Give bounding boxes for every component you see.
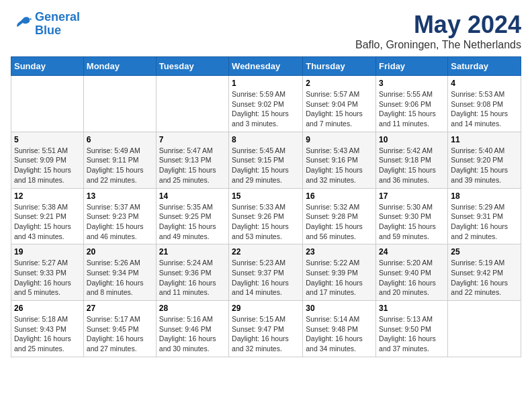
calendar-cell: 26Sunrise: 5:18 AMSunset: 9:43 PMDayligh… <box>11 301 84 357</box>
day-info: Sunrise: 5:40 AMSunset: 9:20 PMDaylight:… <box>451 146 518 185</box>
day-info: Sunrise: 5:29 AMSunset: 9:31 PMDaylight:… <box>451 202 518 242</box>
calendar-cell: 18Sunrise: 5:29 AMSunset: 9:31 PMDayligh… <box>448 188 521 244</box>
day-number: 29 <box>232 304 300 313</box>
day-info: Sunrise: 5:37 AMSunset: 9:23 PMDaylight:… <box>87 202 153 242</box>
day-info: Sunrise: 5:22 AMSunset: 9:39 PMDaylight:… <box>306 258 373 298</box>
day-info: Sunrise: 5:30 AMSunset: 9:30 PMDaylight:… <box>379 202 445 242</box>
day-info: Sunrise: 5:38 AMSunset: 9:21 PMDaylight:… <box>14 202 81 242</box>
day-info: Sunrise: 5:59 AMSunset: 9:02 PMDaylight:… <box>232 89 300 129</box>
calendar-cell: 1Sunrise: 5:59 AMSunset: 9:02 PMDaylight… <box>229 76 303 132</box>
day-number: 21 <box>159 247 226 257</box>
calendar-cell: 21Sunrise: 5:24 AMSunset: 9:36 PMDayligh… <box>156 244 228 301</box>
day-number: 24 <box>379 247 445 257</box>
weekday-header-cell: Wednesday <box>229 57 303 76</box>
logo-text: General Blue <box>35 11 80 38</box>
calendar-cell: 12Sunrise: 5:38 AMSunset: 9:21 PMDayligh… <box>11 188 84 244</box>
day-number: 22 <box>232 247 300 257</box>
weekday-header-cell: Saturday <box>448 57 521 76</box>
calendar-cell: 27Sunrise: 5:17 AMSunset: 9:45 PMDayligh… <box>83 301 156 357</box>
day-info: Sunrise: 5:53 AMSunset: 9:08 PMDaylight:… <box>451 89 518 129</box>
day-number: 15 <box>232 191 300 201</box>
day-info: Sunrise: 5:20 AMSunset: 9:40 PMDaylight:… <box>379 258 445 298</box>
calendar-week-row: 12Sunrise: 5:38 AMSunset: 9:21 PMDayligh… <box>11 188 521 244</box>
day-number: 28 <box>159 304 226 313</box>
calendar-cell: 5Sunrise: 5:51 AMSunset: 9:09 PMDaylight… <box>11 132 84 188</box>
weekday-header-cell: Monday <box>83 57 156 76</box>
calendar-cell: 22Sunrise: 5:23 AMSunset: 9:37 PMDayligh… <box>229 244 303 301</box>
calendar-cell: 23Sunrise: 5:22 AMSunset: 9:39 PMDayligh… <box>303 244 376 301</box>
page-header: General Blue May 2024 Baflo, Groningen, … <box>11 11 521 51</box>
calendar-cell: 16Sunrise: 5:32 AMSunset: 9:28 PMDayligh… <box>303 188 376 244</box>
day-number: 10 <box>379 135 445 144</box>
weekday-header-cell: Tuesday <box>156 57 228 76</box>
day-info: Sunrise: 5:55 AMSunset: 9:06 PMDaylight:… <box>379 89 445 129</box>
day-info: Sunrise: 5:19 AMSunset: 9:42 PMDaylight:… <box>451 258 518 298</box>
calendar-cell: 28Sunrise: 5:16 AMSunset: 9:46 PMDayligh… <box>156 301 228 357</box>
day-info: Sunrise: 5:17 AMSunset: 9:45 PMDaylight:… <box>87 314 153 354</box>
day-info: Sunrise: 5:26 AMSunset: 9:34 PMDaylight:… <box>87 258 153 298</box>
day-number: 18 <box>451 191 518 201</box>
calendar-cell: 4Sunrise: 5:53 AMSunset: 9:08 PMDaylight… <box>448 76 521 132</box>
calendar-cell: 30Sunrise: 5:14 AMSunset: 9:48 PMDayligh… <box>303 301 376 357</box>
day-number: 31 <box>379 304 445 313</box>
day-number: 4 <box>451 79 518 88</box>
day-number: 25 <box>451 247 518 257</box>
day-number: 6 <box>87 135 153 144</box>
weekday-header-cell: Thursday <box>303 57 376 76</box>
day-number: 11 <box>451 135 518 144</box>
calendar-cell: 2Sunrise: 5:57 AMSunset: 9:04 PMDaylight… <box>303 76 376 132</box>
logo: General Blue <box>11 11 80 38</box>
calendar-cell: 25Sunrise: 5:19 AMSunset: 9:42 PMDayligh… <box>448 244 521 301</box>
calendar-week-row: 1Sunrise: 5:59 AMSunset: 9:02 PMDaylight… <box>11 76 521 132</box>
calendar-cell: 13Sunrise: 5:37 AMSunset: 9:23 PMDayligh… <box>83 188 156 244</box>
day-number: 8 <box>232 135 300 144</box>
calendar-week-row: 19Sunrise: 5:27 AMSunset: 9:33 PMDayligh… <box>11 244 521 301</box>
day-number: 17 <box>379 191 445 201</box>
calendar-cell: 31Sunrise: 5:13 AMSunset: 9:50 PMDayligh… <box>376 301 448 357</box>
calendar-cell: 10Sunrise: 5:42 AMSunset: 9:18 PMDayligh… <box>376 132 448 188</box>
day-number: 13 <box>87 191 153 201</box>
calendar-cell: 24Sunrise: 5:20 AMSunset: 9:40 PMDayligh… <box>376 244 448 301</box>
calendar-cell: 3Sunrise: 5:55 AMSunset: 9:06 PMDaylight… <box>376 76 448 132</box>
day-number: 2 <box>306 79 373 88</box>
day-number: 5 <box>14 135 81 144</box>
day-number: 9 <box>306 135 373 144</box>
calendar-cell: 29Sunrise: 5:15 AMSunset: 9:47 PMDayligh… <box>229 301 303 357</box>
day-info: Sunrise: 5:27 AMSunset: 9:33 PMDaylight:… <box>14 258 81 298</box>
month-title: May 2024 <box>355 11 521 39</box>
day-info: Sunrise: 5:35 AMSunset: 9:25 PMDaylight:… <box>159 202 226 242</box>
day-number: 1 <box>232 79 300 88</box>
calendar-cell <box>83 76 156 132</box>
day-info: Sunrise: 5:33 AMSunset: 9:26 PMDaylight:… <box>232 202 300 242</box>
calendar-cell: 9Sunrise: 5:43 AMSunset: 9:16 PMDaylight… <box>303 132 376 188</box>
day-info: Sunrise: 5:13 AMSunset: 9:50 PMDaylight:… <box>379 314 445 354</box>
day-info: Sunrise: 5:49 AMSunset: 9:11 PMDaylight:… <box>87 146 153 185</box>
calendar-cell: 17Sunrise: 5:30 AMSunset: 9:30 PMDayligh… <box>376 188 448 244</box>
day-number: 20 <box>87 247 153 257</box>
day-info: Sunrise: 5:24 AMSunset: 9:36 PMDaylight:… <box>159 258 226 298</box>
calendar-week-row: 5Sunrise: 5:51 AMSunset: 9:09 PMDaylight… <box>11 132 521 188</box>
day-info: Sunrise: 5:43 AMSunset: 9:16 PMDaylight:… <box>306 146 373 185</box>
day-number: 16 <box>306 191 373 201</box>
day-info: Sunrise: 5:51 AMSunset: 9:09 PMDaylight:… <box>14 146 81 185</box>
day-number: 14 <box>159 191 226 201</box>
calendar-cell: 14Sunrise: 5:35 AMSunset: 9:25 PMDayligh… <box>156 188 228 244</box>
day-info: Sunrise: 5:42 AMSunset: 9:18 PMDaylight:… <box>379 146 445 185</box>
location-title: Baflo, Groningen, The Netherlands <box>355 39 521 51</box>
calendar-week-row: 26Sunrise: 5:18 AMSunset: 9:43 PMDayligh… <box>11 301 521 357</box>
day-info: Sunrise: 5:47 AMSunset: 9:13 PMDaylight:… <box>159 146 226 185</box>
calendar-cell <box>156 76 228 132</box>
calendar-cell: 7Sunrise: 5:47 AMSunset: 9:13 PMDaylight… <box>156 132 228 188</box>
day-number: 7 <box>159 135 226 144</box>
calendar-cell: 6Sunrise: 5:49 AMSunset: 9:11 PMDaylight… <box>83 132 156 188</box>
calendar-cell <box>11 76 84 132</box>
logo-icon <box>11 15 32 34</box>
day-number: 26 <box>14 304 81 313</box>
calendar-cell: 19Sunrise: 5:27 AMSunset: 9:33 PMDayligh… <box>11 244 84 301</box>
calendar-cell: 15Sunrise: 5:33 AMSunset: 9:26 PMDayligh… <box>229 188 303 244</box>
calendar-body: 1Sunrise: 5:59 AMSunset: 9:02 PMDaylight… <box>11 76 521 357</box>
day-info: Sunrise: 5:45 AMSunset: 9:15 PMDaylight:… <box>232 146 300 185</box>
day-number: 23 <box>306 247 373 257</box>
day-number: 19 <box>14 247 81 257</box>
title-block: May 2024 Baflo, Groningen, The Netherlan… <box>355 11 521 51</box>
